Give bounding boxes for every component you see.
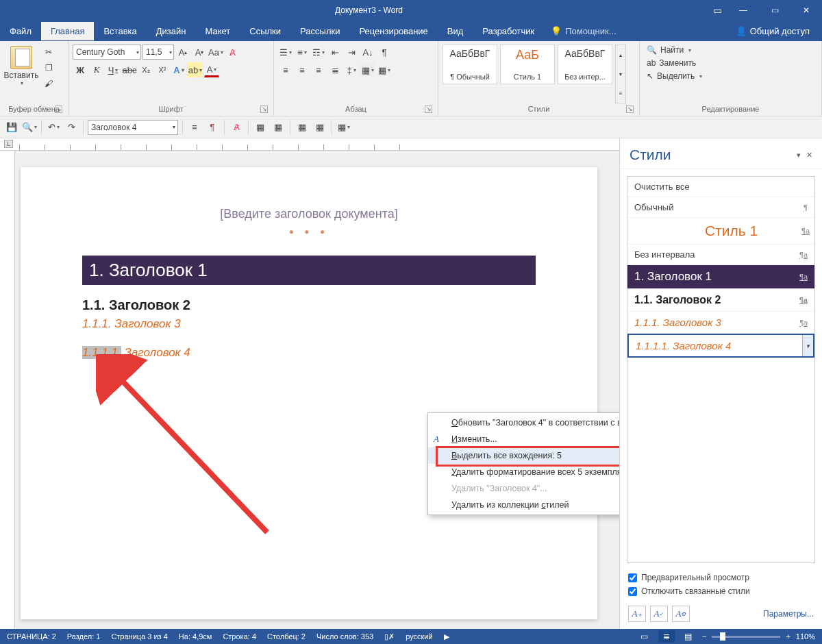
maximize-button[interactable]: ▭ bbox=[759, 0, 790, 21]
close-button[interactable]: ✕ bbox=[790, 0, 822, 21]
shading-button[interactable]: ▦▾ bbox=[360, 62, 375, 77]
style-nospace-item[interactable]: Без интервала¶a bbox=[627, 245, 814, 265]
justify-button[interactable]: ≣ bbox=[327, 62, 342, 77]
status-column[interactable]: Столбец: 2 bbox=[267, 632, 306, 641]
menu-modify-style[interactable]: AИзменить... bbox=[428, 431, 619, 447]
status-macro-icon[interactable]: ▶ bbox=[444, 632, 449, 641]
bullets-button[interactable]: ☰▾ bbox=[278, 45, 293, 60]
status-line[interactable]: Строка: 4 bbox=[223, 632, 256, 641]
tab-view[interactable]: Вид bbox=[438, 22, 473, 40]
change-case-button[interactable]: Aa▾ bbox=[208, 45, 223, 60]
style-dropdown-button[interactable]: ▾ bbox=[802, 335, 813, 356]
align-center-button[interactable]: ≡ bbox=[295, 62, 310, 77]
font-color-button[interactable]: A▾ bbox=[204, 62, 219, 77]
style-1-item[interactable]: Стиль 1¶a bbox=[627, 218, 814, 245]
heading-2[interactable]: 1.1. Заголовок 2 bbox=[82, 297, 536, 313]
new-style-button[interactable]: A₊ bbox=[628, 606, 646, 622]
style-clear-all[interactable]: Очистить все bbox=[627, 177, 814, 197]
sort-button[interactable]: A↓ bbox=[360, 45, 375, 60]
qat-btn-8[interactable]: ▦▾ bbox=[336, 120, 351, 135]
menu-update-style[interactable]: ООбновить "Заголовок 4" в соответствии с… bbox=[428, 414, 619, 431]
menu-clear-formatting[interactable]: Удалить форматирование всех 5 экземпляро… bbox=[428, 464, 619, 480]
tab-design[interactable]: Дизайн bbox=[147, 22, 196, 40]
ribbonopts-icon[interactable]: ▭ bbox=[713, 5, 722, 16]
disable-linked-checkbox[interactable]: Отключить связанные стили bbox=[628, 586, 814, 596]
style-h2-item[interactable]: 1.1. Заголовок 2¶a bbox=[627, 289, 814, 312]
read-mode-button[interactable]: ▭ bbox=[636, 630, 653, 643]
pane-close-icon[interactable]: ✕ bbox=[806, 151, 812, 160]
share-button[interactable]: 👤Общий доступ bbox=[729, 22, 817, 40]
indent-button[interactable]: ⇥ bbox=[344, 45, 359, 60]
paste-button[interactable]: Вставить ▾ bbox=[4, 43, 38, 103]
minimize-button[interactable]: — bbox=[727, 0, 759, 21]
style-h3-item[interactable]: 1.1.1. Заголовок 3¶a bbox=[627, 312, 814, 334]
style-h1-item[interactable]: 1. Заголовок 1¶a bbox=[627, 265, 814, 289]
style-normal[interactable]: АаБбВвГ¶ Обычный bbox=[443, 45, 497, 84]
print-layout-button[interactable]: ≣ bbox=[658, 630, 675, 643]
underline-button[interactable]: Ч▾ bbox=[105, 62, 121, 77]
show-marks-button[interactable]: ¶ bbox=[377, 45, 392, 60]
style-h4-item[interactable]: 1.1.1.1. Заголовок 4▾ bbox=[627, 334, 814, 358]
qat-btn-2[interactable]: ¶ bbox=[205, 120, 220, 135]
tab-mailings[interactable]: Рассылки bbox=[290, 22, 349, 40]
zoom-in-button[interactable]: + bbox=[786, 632, 790, 641]
horizontal-ruler[interactable]: L bbox=[0, 138, 619, 151]
pane-dropdown-icon[interactable]: ▾ bbox=[797, 151, 801, 160]
tab-insert[interactable]: Вставка bbox=[94, 22, 146, 40]
outdent-button[interactable]: ⇤ bbox=[327, 45, 342, 60]
status-page-of[interactable]: Страница 3 из 4 bbox=[111, 632, 167, 641]
align-left-button[interactable]: ≡ bbox=[278, 62, 293, 77]
style-selector[interactable]: Заголовок 4▾ bbox=[88, 120, 178, 135]
manage-styles-button[interactable]: A⚙ bbox=[672, 606, 690, 622]
subscript-button[interactable]: X₂ bbox=[138, 62, 153, 77]
vertical-ruler[interactable] bbox=[0, 151, 15, 629]
styles-scroll[interactable]: ▴▾≡ bbox=[615, 45, 626, 103]
dialog-launcher-icon[interactable]: ↘ bbox=[260, 106, 268, 113]
heading-4[interactable]: 1.1.1.1. Заголовок 4 bbox=[82, 346, 536, 360]
find-button[interactable]: 🔍Найти▾ bbox=[644, 45, 705, 55]
qat-btn-7[interactable]: ▦ bbox=[312, 120, 327, 135]
style-normal-item[interactable]: Обычный¶ bbox=[627, 197, 814, 218]
zoom-slider[interactable] bbox=[712, 636, 780, 638]
tell-me[interactable]: 💡Помощник... bbox=[551, 26, 616, 36]
style-inspector-button[interactable]: A✓ bbox=[650, 606, 668, 622]
line-spacing-button[interactable]: ‡▾ bbox=[344, 62, 359, 77]
status-word-count[interactable]: Число слов: 353 bbox=[316, 632, 373, 641]
numbering-button[interactable]: ≡▾ bbox=[295, 45, 310, 60]
shrink-font-button[interactable]: A▾ bbox=[192, 45, 207, 60]
qat-btn-1[interactable]: ≡ bbox=[187, 120, 202, 135]
qat-btn-5[interactable]: ▦ bbox=[271, 120, 286, 135]
font-size-select[interactable]: 11,5▾ bbox=[142, 45, 174, 60]
bold-button[interactable]: Ж bbox=[73, 62, 88, 77]
save-button[interactable]: 💾 bbox=[4, 120, 19, 135]
redo-button[interactable]: ↷ bbox=[64, 120, 79, 135]
dialog-launcher-icon[interactable]: ↘ bbox=[626, 106, 634, 113]
cut-button[interactable]: ✂ bbox=[41, 45, 56, 60]
grow-font-button[interactable]: A▴ bbox=[175, 45, 190, 60]
status-section[interactable]: Раздел: 1 bbox=[67, 632, 101, 641]
title-placeholder[interactable]: [Введите заголовок документа] bbox=[21, 207, 597, 221]
zoom-level[interactable]: 110% bbox=[796, 632, 815, 641]
align-right-button[interactable]: ≡ bbox=[311, 62, 326, 77]
status-language[interactable]: русский bbox=[406, 632, 432, 641]
tab-home[interactable]: Главная bbox=[41, 22, 94, 40]
multilevel-button[interactable]: ☶▾ bbox=[311, 45, 326, 60]
text-effects-button[interactable]: A▾ bbox=[171, 62, 186, 77]
qat-btn-3[interactable]: A̷ bbox=[229, 120, 244, 135]
heading-3[interactable]: 1.1.1. Заголовок 3 bbox=[82, 317, 536, 331]
tab-review[interactable]: Рецензирование bbox=[349, 22, 437, 40]
zoom-out-button[interactable]: − bbox=[702, 632, 706, 641]
tab-references[interactable]: Ссылки bbox=[240, 22, 290, 40]
highlight-button[interactable]: ab▾ bbox=[188, 62, 203, 77]
replace-button[interactable]: abЗаменить bbox=[644, 58, 705, 69]
heading-1[interactable]: 1. Заголовок 1 bbox=[82, 256, 536, 285]
italic-button[interactable]: К bbox=[89, 62, 104, 77]
strike-button[interactable]: abc bbox=[122, 62, 137, 77]
dialog-launcher-icon[interactable]: ↘ bbox=[55, 106, 62, 113]
qat-find-button[interactable]: 🔍▾ bbox=[22, 120, 37, 135]
font-name-select[interactable]: Century Goth▾ bbox=[73, 45, 141, 60]
menu-remove-from-gallery[interactable]: Удалить из коллекции стилей bbox=[428, 497, 619, 513]
style-1[interactable]: АаБСтиль 1 bbox=[500, 45, 555, 84]
dialog-launcher-icon[interactable]: ↘ bbox=[425, 106, 432, 113]
borders-button[interactable]: ▦▾ bbox=[377, 62, 392, 77]
